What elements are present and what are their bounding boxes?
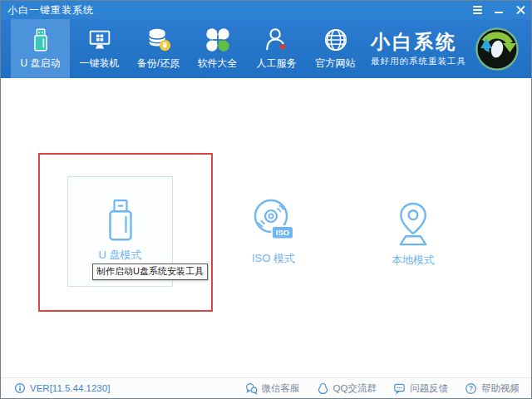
mode-usb-label: U 盘模式 — [99, 248, 142, 263]
svg-text:?: ? — [469, 385, 473, 392]
nav-item-software[interactable]: 软件大全 — [188, 19, 247, 78]
info-icon — [14, 382, 26, 394]
minimize-icon — [495, 12, 503, 13]
footer-link-help[interactable]: ? 帮助视频 — [465, 382, 520, 395]
tooltip: 制作启动U盘系统安装工具 — [92, 264, 208, 280]
footer-link-label: QQ交流群 — [333, 382, 377, 395]
mode-iso-label: ISO 模式 — [252, 251, 295, 266]
status-bar: VER[11.5.44.1230] 微信客服 QQ交流群 — [1, 377, 531, 398]
close-button[interactable] — [510, 1, 531, 19]
globe-icon — [322, 26, 350, 54]
version-text: VER[11.5.44.1230] — [30, 383, 110, 393]
nav-item-label: 软件大全 — [198, 57, 238, 71]
close-icon — [516, 6, 525, 15]
nav-item-label: 一键装机 — [80, 57, 120, 71]
app-window: 小白一键重装系统 U 盘启动 — [0, 0, 532, 399]
footer-link-label: 微信客服 — [262, 382, 300, 395]
nav-item-label: U 盘启动 — [21, 57, 61, 71]
brand-slogan: 最好用的系统重装工具 — [371, 56, 466, 67]
clover-apps-icon — [204, 26, 232, 54]
footer-link-label: 帮助视频 — [481, 382, 520, 395]
menu-icon — [473, 6, 482, 14]
nav-item-website[interactable]: 官方网站 — [306, 19, 365, 78]
footer-links: 微信客服 QQ交流群 问题反馈 — [245, 382, 520, 395]
main-content: U 盘模式 ISO ISO 模式 — [1, 78, 531, 377]
nav-item-one-click-install[interactable]: 一键装机 — [70, 19, 129, 78]
brand-area: 小白系统 最好用的系统重装工具 — [371, 19, 531, 78]
nav-item-support[interactable]: 人工服务 — [247, 19, 306, 78]
person-heart-icon — [263, 26, 291, 54]
help-question-icon: ? — [465, 382, 477, 395]
usb-outline-icon — [105, 199, 136, 242]
nav-item-label: 备份/还原 — [137, 57, 180, 71]
version-info[interactable]: VER[11.5.44.1230] — [14, 382, 110, 394]
window-controls — [466, 1, 531, 19]
footer-link-label: 问题反馈 — [410, 382, 448, 395]
recycle-arrows-logo — [475, 27, 520, 71]
iso-badge-text: ISO — [276, 228, 289, 237]
menu-button[interactable] — [466, 1, 488, 19]
database-backup-icon — [145, 26, 173, 54]
minimize-button[interactable] — [488, 1, 510, 19]
usb-drive-icon — [27, 26, 55, 54]
title-bar: 小白一键重装系统 — [1, 1, 531, 19]
window-title: 小白一键重装系统 — [1, 3, 94, 17]
mode-local-label: 本地模式 — [392, 253, 435, 268]
iso-disc-icon: ISO — [253, 197, 294, 245]
footer-link-feedback[interactable]: 问题反馈 — [393, 382, 448, 395]
brand-name: 小白系统 — [371, 31, 466, 52]
qq-icon — [317, 382, 329, 395]
map-pin-icon — [394, 201, 432, 247]
nav-item-backup-restore[interactable]: 备份/还原 — [129, 19, 188, 78]
mode-iso[interactable]: ISO ISO 模式 — [240, 197, 307, 266]
monitor-windows-icon — [86, 26, 114, 54]
footer-link-qq[interactable]: QQ交流群 — [317, 382, 377, 395]
wechat-icon — [245, 382, 258, 395]
nav-item-label: 官方网站 — [316, 57, 356, 71]
feedback-bubble-icon — [393, 382, 406, 395]
mode-local[interactable]: 本地模式 — [382, 201, 445, 268]
nav-item-usb-boot[interactable]: U 盘启动 — [11, 19, 70, 78]
footer-link-wechat[interactable]: 微信客服 — [245, 382, 300, 395]
nav-item-label: 人工服务 — [257, 57, 297, 71]
